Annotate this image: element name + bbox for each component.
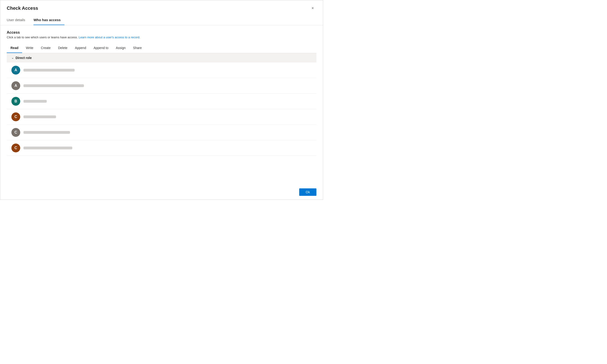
perm-tab-delete[interactable]: Delete <box>54 44 71 53</box>
user-name-text <box>24 131 70 134</box>
user-name-text <box>24 69 75 72</box>
perm-tab-assign[interactable]: Assign <box>112 44 129 53</box>
dialog-header: Check Access × <box>0 0 323 14</box>
avatar: C <box>11 143 20 152</box>
avatar: A <box>11 66 20 75</box>
dialog-title: Check Access <box>7 6 38 11</box>
perm-tab-append[interactable]: Append <box>71 44 90 53</box>
list-item: B <box>7 94 316 109</box>
users-list-container: ⌄ Direct role A A B C C C <box>7 53 316 169</box>
avatar: C <box>11 128 20 137</box>
list-item: A <box>7 63 316 78</box>
user-name-text <box>24 116 56 118</box>
list-item: A <box>7 78 316 94</box>
tab-who-has-access[interactable]: Who has access <box>33 15 64 25</box>
access-learn-more-link[interactable]: Learn more about a user's access to a re… <box>79 36 140 39</box>
perm-tab-append-to[interactable]: Append to <box>90 44 112 53</box>
permission-tabs: Read Write Create Delete Append Append t… <box>7 44 316 53</box>
avatar: A <box>11 81 20 90</box>
tab-user-details[interactable]: User details <box>7 15 29 25</box>
ok-button[interactable]: Ok <box>299 188 316 196</box>
list-item: C <box>7 109 316 125</box>
direct-role-label: Direct role <box>15 56 32 60</box>
perm-tab-create[interactable]: Create <box>37 44 54 53</box>
dialog-footer: Ok <box>293 185 323 200</box>
perm-tab-write[interactable]: Write <box>22 44 37 53</box>
access-description: Click a tab to see which users or teams … <box>7 36 316 39</box>
content-area: Access Click a tab to see which users or… <box>0 25 323 169</box>
list-item: C <box>7 140 316 156</box>
avatar: B <box>11 97 20 106</box>
top-tabs: User details Who has access <box>0 15 323 25</box>
perm-tab-share[interactable]: Share <box>129 44 145 53</box>
close-button[interactable]: × <box>309 4 316 12</box>
access-desc-text: Click a tab to see which users or teams … <box>7 36 78 39</box>
user-name-text <box>24 100 47 103</box>
chevron-down-icon: ⌄ <box>11 56 14 59</box>
list-item: C <box>7 125 316 140</box>
access-heading: Access <box>7 30 316 35</box>
user-name-text <box>24 147 72 149</box>
perm-tab-read[interactable]: Read <box>7 44 22 53</box>
avatar: C <box>11 112 20 121</box>
user-name-text <box>24 84 84 87</box>
direct-role-section-header[interactable]: ⌄ Direct role <box>7 53 316 63</box>
